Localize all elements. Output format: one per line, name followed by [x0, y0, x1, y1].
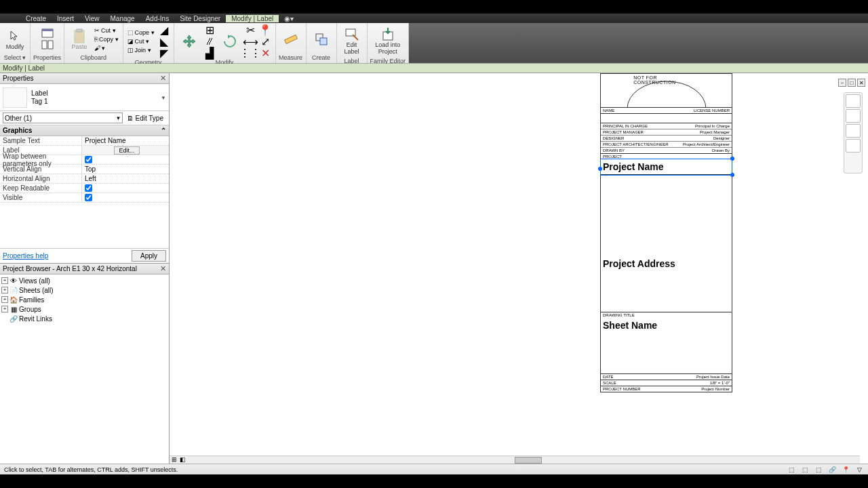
select-links-icon[interactable]: 🔗 [827, 466, 837, 474]
project-address-field[interactable]: Project Address [603, 258, 730, 269]
detail-level-button[interactable]: ◧ [180, 456, 186, 463]
align-button[interactable]: ⊞ [203, 24, 216, 35]
maximize-view-button[interactable]: □ [848, 79, 856, 87]
valign-label: Vertical Align [0, 165, 81, 173]
horizontal-scrollbar[interactable]: ⊞ ◧ [170, 455, 860, 464]
tree-links[interactable]: 🔗Revit Links [1, 314, 167, 323]
close-browser-icon[interactable]: ✕ [160, 264, 166, 273]
geom-btn3[interactable]: ◤ [157, 47, 171, 58]
type-family-label: Label [31, 89, 47, 98]
scale-button[interactable]: ⤢ [258, 36, 272, 47]
valign-value[interactable]: Top [81, 165, 169, 174]
zoom-all-button[interactable] [846, 94, 861, 108]
load-into-project-button[interactable]: Load into Project [372, 24, 403, 57]
tree-views[interactable]: +👁Views (all) [1, 276, 167, 285]
project-name-field[interactable]: Project Name [601, 159, 732, 175]
tree-families[interactable]: +🏠Families [1, 295, 167, 304]
menu-view[interactable]: View [79, 15, 105, 22]
label-edit-button[interactable]: Edit... [114, 146, 139, 155]
sheet-name-field[interactable]: Sheet Name [603, 320, 730, 331]
apply-button[interactable]: Apply [132, 250, 166, 262]
wrap-checkbox[interactable] [85, 156, 92, 163]
mirror-button[interactable]: ▟ [203, 47, 216, 58]
select-pinned-icon[interactable]: 📍 [841, 466, 850, 474]
sample-text-value[interactable]: Project Name [81, 136, 169, 145]
editable-only-icon[interactable]: ⬚ [814, 466, 823, 474]
svg-rect-1 [42, 29, 53, 31]
expand-icon[interactable]: + [1, 296, 8, 303]
expand-icon[interactable]: + [1, 277, 8, 284]
type-properties-button[interactable] [41, 39, 54, 50]
measure-button[interactable] [279, 30, 303, 49]
menu-finish-icon[interactable]: ◉▾ [279, 15, 299, 22]
scrollbar-thumb[interactable] [515, 457, 542, 464]
menu-site-designer[interactable]: Site Designer [174, 15, 226, 22]
rotate-button[interactable] [218, 32, 242, 51]
properties-button[interactable] [41, 28, 54, 39]
cope-button[interactable]: ⬚Cope ▾ [126, 28, 156, 37]
properties-help-link[interactable]: Properties help [3, 252, 48, 260]
status-bar: Click to select, TAB for alternates, CTR… [0, 464, 868, 474]
drawing-title-label: DRAWING TITLE [603, 313, 635, 317]
create-icon [313, 31, 330, 47]
tree-sheets[interactable]: +📄Sheets (all) [1, 285, 167, 295]
nav-wheel-button[interactable] [846, 139, 861, 152]
delete-button[interactable]: ✕ [258, 47, 272, 58]
paste-button[interactable]: Paste [67, 26, 92, 52]
drawing-canvas[interactable]: NOT FOR CONSTRUCTION NAME LICENSE NUMBER… [170, 73, 868, 464]
titleblock[interactable]: NOT FOR CONSTRUCTION NAME LICENSE NUMBER… [600, 73, 732, 392]
scale-label: SCALE [603, 381, 616, 385]
split-button[interactable]: ⟷ [243, 36, 257, 47]
expand-icon[interactable]: + [1, 306, 8, 312]
geom-btn2[interactable]: ◣ [157, 36, 171, 47]
properties-title: Properties [3, 75, 34, 82]
edit-label-button[interactable]: Edit Label [340, 24, 364, 57]
minimize-view-button[interactable]: − [838, 79, 846, 87]
tree-groups[interactable]: +▦Groups [1, 304, 167, 314]
pan-button[interactable] [846, 124, 861, 138]
move-button[interactable] [177, 32, 201, 51]
edit-type-button[interactable]: 🗎Edit Type [124, 114, 166, 123]
expand-icon[interactable]: + [1, 287, 8, 293]
pin-button[interactable]: 📍 [258, 24, 272, 35]
zoom-region-button[interactable] [846, 109, 861, 123]
copy-button[interactable]: ⎘Copy ▾ [93, 35, 120, 43]
cut-button[interactable]: ✂Cut ▾ [93, 26, 120, 35]
halign-value[interactable]: Left [81, 174, 169, 183]
close-view-button[interactable]: ✕ [857, 79, 865, 87]
clipboard-icon [71, 28, 87, 44]
menu-insert[interactable]: Insert [52, 15, 79, 22]
create-similar-button[interactable] [309, 30, 334, 49]
filter-icon[interactable]: ▽ [854, 466, 864, 474]
design-options-icon[interactable]: ⬚ [800, 466, 810, 474]
trim-button[interactable]: ✂ [243, 24, 257, 35]
modify-button[interactable]: Modify [3, 26, 27, 52]
instance-filter-combo[interactable]: Other (1)▼ [3, 113, 123, 123]
tb-row-l: PROJECT MANAGER [603, 130, 644, 134]
offset-button[interactable]: ⫽ [203, 36, 216, 47]
menu-create[interactable]: Create [20, 15, 52, 22]
view-scale-button[interactable]: ⊞ [172, 456, 177, 463]
visible-label: Visible [0, 194, 81, 201]
rotate-icon [222, 33, 238, 49]
copy-icon: ⎘ [94, 36, 98, 43]
menu-addins[interactable]: Add-Ins [140, 15, 174, 22]
array-button[interactable]: ⋮⋮ [243, 47, 257, 58]
svg-point-11 [627, 81, 706, 108]
close-properties-icon[interactable]: ✕ [160, 74, 166, 83]
menu-modify-label[interactable]: Modify | Label [226, 15, 279, 22]
keep-readable-checkbox[interactable] [85, 184, 92, 192]
type-selector[interactable]: Label Tag 1 ▼ [0, 84, 169, 111]
geom-btn1[interactable]: ◢ [157, 24, 171, 35]
type-thumbnail [3, 87, 27, 108]
match-button[interactable]: 🖌▾ [93, 44, 120, 52]
svg-rect-6 [284, 35, 297, 43]
menu-manage[interactable]: Manage [105, 15, 140, 22]
workset-icon[interactable]: ⬚ [787, 466, 796, 474]
visible-checkbox[interactable] [85, 194, 92, 201]
label-edit-icon [344, 26, 360, 42]
join-button[interactable]: ◫Join ▾ [126, 46, 156, 54]
cut-geom-button[interactable]: ◪Cut ▾ [126, 37, 156, 45]
graphics-group-header[interactable]: Graphics⌃ [0, 125, 169, 136]
properties-panel: Properties ✕ Label Tag 1 ▼ Other (1)▼ [0, 73, 169, 263]
